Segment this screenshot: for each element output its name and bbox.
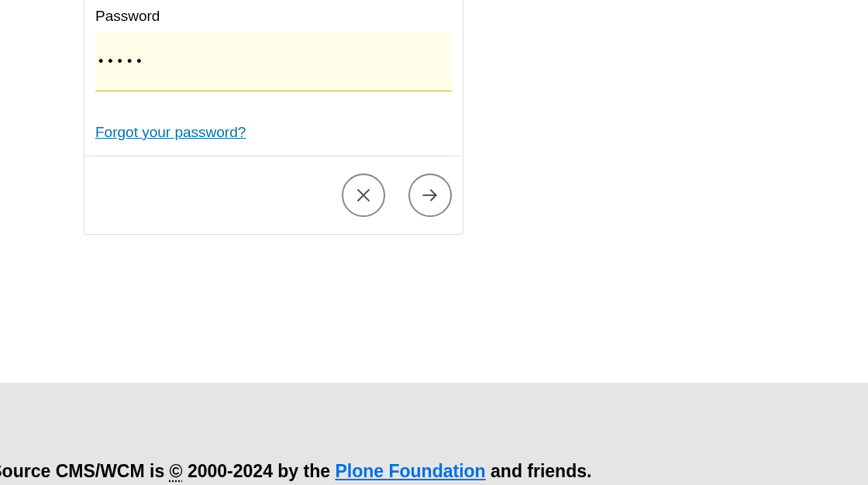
submit-button[interactable] (408, 174, 452, 217)
footer-text: ben Source CMS/WCM is © 2000-2024 by the… (0, 461, 591, 482)
arrow-right-icon (420, 185, 440, 205)
password-label: Password (95, 8, 452, 25)
close-icon (354, 186, 373, 205)
cancel-button[interactable] (342, 174, 385, 217)
footer-suffix: and friends. (486, 461, 592, 481)
login-card-footer (84, 156, 463, 234)
login-card: Password Forgot your password? (84, 0, 463, 235)
password-input[interactable] (95, 33, 452, 91)
forgot-password-row: Forgot your password? (95, 124, 452, 156)
submit-button-highlighted (408, 174, 452, 217)
forgot-password-link[interactable]: Forgot your password? (95, 124, 246, 140)
login-card-body: Password Forgot your password? (84, 0, 463, 156)
footer-dates: 2000-2024 by the (183, 461, 336, 481)
footer-prefix: ben Source CMS/WCM is (0, 461, 170, 481)
page-footer: ben Source CMS/WCM is © 2000-2024 by the… (0, 383, 868, 485)
copyright-symbol: © (170, 461, 183, 481)
plone-foundation-link[interactable]: Plone Foundation (335, 461, 485, 481)
